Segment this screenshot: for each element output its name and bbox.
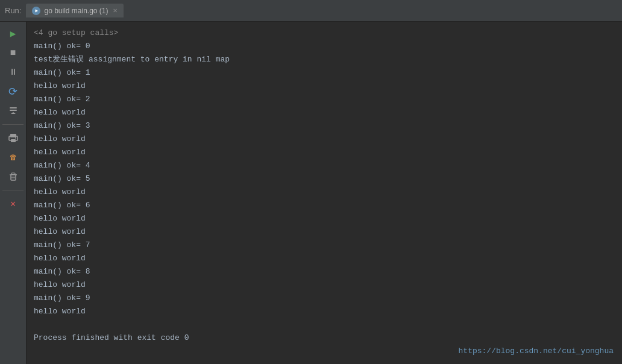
tab-label: go build main.go (1) (44, 7, 108, 15)
run-label: Run: (5, 6, 21, 15)
console-line: hello world (34, 106, 615, 119)
console-line: test发生错误 assignment to entry in nil map (34, 53, 615, 66)
console-line: main() ok= 7 (34, 239, 615, 252)
run-tab[interactable]: go build main.go (1) ✕ (26, 4, 123, 17)
console-line: hello world (34, 133, 615, 146)
console-line: hello world (34, 252, 615, 265)
console-line: main() ok= 4 (34, 159, 615, 172)
console-line: hello world (34, 146, 615, 159)
url-label: https://blog.csdn.net/cui_yonghua (459, 345, 614, 358)
console-line: main() ok= 8 (34, 265, 615, 278)
console-line: main() ok= 0 (34, 40, 615, 53)
console-line: hello world (34, 225, 615, 239)
svg-rect-14 (11, 173, 15, 175)
print-button[interactable] (5, 130, 22, 146)
console-line: hello world (34, 212, 615, 225)
scroll-end-button[interactable] (5, 102, 22, 119)
svg-rect-7 (11, 139, 16, 142)
toolbar: ▶ ■ ⏸ ⟳ ☎ (0, 22, 27, 364)
console-line: main() ok= 9 (34, 292, 615, 305)
svg-rect-2 (10, 107, 17, 108)
svg-rect-5 (10, 134, 16, 137)
console-line: hello world (34, 80, 615, 93)
console-line: main() ok= 6 (34, 199, 615, 212)
console-line (34, 318, 615, 331)
tab-icon (32, 7, 40, 15)
console-line: hello world (34, 305, 615, 318)
stop-button[interactable]: ■ (5, 45, 22, 61)
console-line: main() ok= 2 (34, 93, 615, 106)
toolbar-top: ▶ ■ ⏸ ⟳ ☎ (0, 25, 26, 212)
svg-marker-4 (11, 112, 16, 114)
svg-rect-3 (10, 110, 17, 111)
console-line: <4 go setup calls> (34, 27, 615, 40)
header: Run: go build main.go (1) ✕ (0, 0, 622, 22)
console-line: hello world (34, 186, 615, 199)
phone-button[interactable]: ☎ (5, 149, 22, 166)
console-line: Process finished with exit code 0 (34, 331, 615, 345)
delete-button[interactable] (5, 168, 22, 185)
pause-button[interactable]: ⏸ (5, 64, 22, 81)
console-line: main() ok= 5 (34, 172, 615, 186)
console-line: main() ok= 1 (34, 66, 615, 80)
play-button[interactable]: ▶ (5, 25, 22, 42)
console-output[interactable]: <4 go setup calls>main() ok= 0test发生错误 a… (27, 22, 622, 364)
console-inner: <4 go setup calls>main() ok= 0test发生错误 a… (27, 27, 622, 345)
tab-close-icon[interactable]: ✕ (113, 6, 118, 15)
rerun-button[interactable]: ⟳ (5, 83, 22, 100)
toolbar-divider-1 (2, 124, 23, 125)
svg-rect-8 (15, 137, 16, 139)
toolbar-divider-2 (2, 190, 23, 190)
main-area: ▶ ■ ⏸ ⟳ ☎ (0, 22, 622, 364)
console-line: main() ok= 3 (34, 119, 615, 133)
console-line: hello world (34, 278, 615, 292)
close-button[interactable]: ✕ (5, 195, 22, 212)
